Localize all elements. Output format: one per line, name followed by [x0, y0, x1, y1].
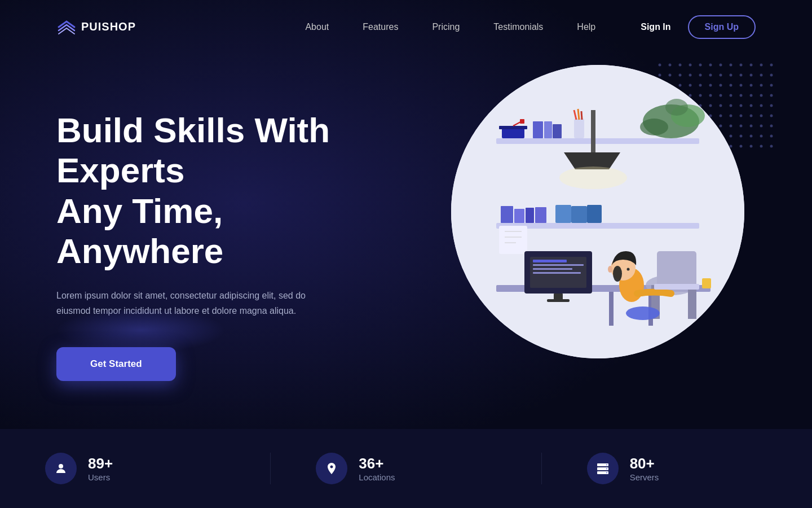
svg-line-14	[578, 109, 579, 120]
svg-rect-11	[553, 124, 562, 138]
svg-rect-46	[657, 251, 696, 288]
svg-point-60	[606, 468, 607, 470]
study-illustration	[451, 65, 744, 358]
servers-icon-wrap	[587, 453, 619, 484]
servers-stat-info: 80+ Servers	[630, 455, 659, 482]
hero-section: Build Skills With Experts Any Time, Anyw…	[0, 54, 812, 429]
stat-locations: 36+ Locations	[270, 453, 541, 484]
svg-rect-24	[535, 207, 546, 223]
stats-bar: 89+ Users 36+ Locations 80+	[0, 429, 812, 508]
svg-line-15	[581, 111, 582, 120]
locations-count: 36+	[359, 455, 395, 472]
svg-rect-26	[571, 206, 587, 223]
nav-help[interactable]: Help	[577, 22, 595, 32]
svg-rect-27	[587, 205, 602, 223]
hero-description: Lorem ipsum dolor sit amet, consectetur …	[56, 288, 327, 318]
users-icon	[54, 462, 68, 475]
svg-rect-10	[544, 121, 552, 138]
hero-title: Build Skills With Experts Any Time, Anyw…	[56, 110, 367, 271]
svg-rect-6	[499, 126, 527, 129]
svg-point-50	[613, 266, 622, 282]
svg-rect-22	[514, 209, 524, 223]
svg-rect-12	[574, 119, 584, 138]
svg-rect-9	[533, 121, 543, 138]
navbar: PUISHOP About Features Pricing Testimoni…	[0, 0, 812, 54]
svg-point-19	[665, 99, 688, 116]
nav-pricing[interactable]: Pricing	[432, 22, 460, 32]
logo-icon	[56, 19, 77, 35]
svg-rect-1	[496, 138, 699, 144]
svg-point-52	[608, 266, 612, 273]
nav-about[interactable]: About	[305, 22, 329, 32]
svg-rect-44	[688, 285, 696, 319]
location-icon	[325, 462, 338, 475]
svg-point-59	[606, 465, 607, 466]
svg-rect-23	[526, 208, 534, 223]
get-started-button[interactable]: Get Started	[56, 347, 176, 381]
svg-point-18	[640, 119, 668, 135]
servers-count: 80+	[630, 455, 659, 472]
nav-testimonials[interactable]: Testimonials	[493, 22, 543, 32]
svg-point-55	[59, 464, 63, 468]
svg-rect-25	[555, 205, 571, 223]
svg-rect-40	[533, 272, 581, 274]
svg-point-4	[559, 167, 627, 189]
nav-links: About Features Pricing Testimonials Help	[305, 22, 595, 32]
dot-pattern-bottom	[677, 341, 778, 387]
svg-rect-39	[533, 268, 572, 270]
nav-actions: Sign In Sign Up	[641, 15, 756, 39]
hero-illustration	[451, 65, 767, 381]
hero-text: Build Skills With Experts Any Time, Anyw…	[56, 87, 367, 381]
nav-features[interactable]: Features	[363, 22, 398, 32]
stat-servers: 80+ Servers	[541, 453, 812, 484]
svg-rect-8	[520, 119, 524, 124]
sign-in-button[interactable]: Sign In	[641, 22, 670, 32]
svg-rect-21	[501, 206, 513, 223]
svg-rect-42	[547, 299, 570, 302]
logo[interactable]: PUISHOP	[56, 19, 136, 35]
logo-text: PUISHOP	[81, 20, 136, 33]
servers-icon	[596, 462, 610, 475]
locations-label: Locations	[359, 472, 395, 482]
svg-point-47	[626, 306, 660, 320]
stat-users: 89+ Users	[0, 453, 270, 484]
svg-rect-54	[702, 278, 711, 288]
svg-rect-37	[533, 260, 567, 262]
svg-rect-53	[654, 284, 699, 290]
svg-rect-38	[533, 264, 584, 266]
sign-up-button[interactable]: Sign Up	[688, 15, 756, 39]
users-icon-wrap	[45, 453, 77, 484]
locations-stat-info: 36+ Locations	[359, 455, 395, 482]
users-count: 89+	[88, 455, 113, 472]
locations-icon-wrap	[316, 453, 347, 484]
users-label: Users	[88, 472, 113, 482]
svg-rect-33	[609, 292, 614, 326]
illustration-circle	[451, 65, 744, 358]
servers-label: Servers	[630, 472, 659, 482]
svg-point-51	[627, 268, 630, 271]
users-stat-info: 89+ Users	[88, 455, 113, 482]
svg-point-61	[606, 472, 607, 474]
svg-rect-2	[591, 110, 595, 155]
svg-rect-28	[499, 226, 527, 254]
